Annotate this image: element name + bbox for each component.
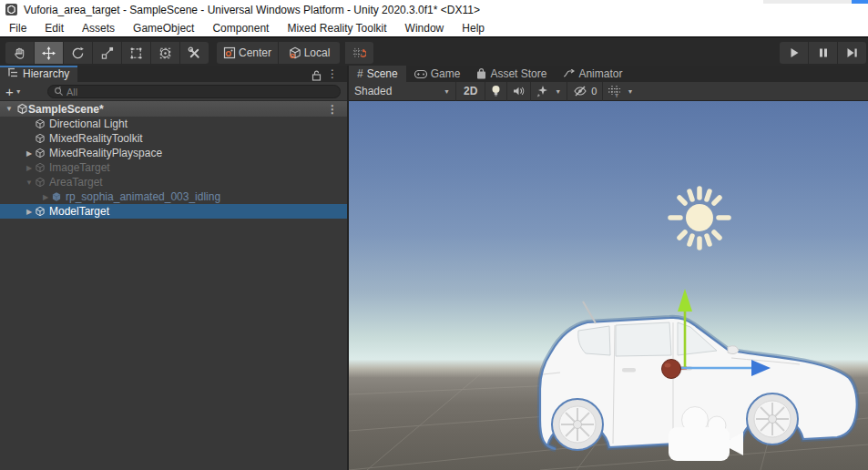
custom-tool-button[interactable]	[180, 42, 209, 64]
scale-icon	[100, 46, 114, 60]
chevron-down-icon: ▼	[15, 88, 22, 95]
expander-collapsed-icon[interactable]: ▶	[24, 149, 35, 158]
step-icon	[846, 47, 858, 58]
menu-file[interactable]: File	[0, 19, 36, 37]
speaker-icon	[513, 86, 525, 97]
menu-assets[interactable]: Assets	[73, 19, 124, 37]
window-title: Vuforia_area_target - SampleScene - Univ…	[24, 4, 480, 16]
expander-collapsed-icon[interactable]: ▶	[40, 193, 51, 201]
gameobject-cube-icon	[35, 148, 46, 158]
menu-mixed-reality-toolkit[interactable]: Mixed Reality Toolkit	[278, 19, 395, 37]
rotate-icon	[71, 46, 85, 60]
expander-expanded-icon[interactable]: ▼	[4, 105, 15, 113]
menu-gameobject[interactable]: GameObject	[124, 19, 203, 37]
move-tool-button[interactable]	[35, 42, 63, 64]
animator-icon	[563, 69, 575, 78]
hierarchy-item-directional-light[interactable]: Directional Light	[0, 117, 347, 131]
unity-window: Vuforia_area_target - SampleScene - Univ…	[0, 0, 868, 470]
2d-label: 2D	[464, 85, 477, 97]
car-mirror	[728, 346, 739, 354]
grid-snap-button[interactable]	[345, 42, 373, 64]
menu-bar: File Edit Assets GameObject Component Mi…	[0, 19, 868, 37]
hierarchy-tree: ▼ SampleScene* ⋮ Directional Light Mixed…	[0, 101, 347, 470]
menu-window[interactable]: Window	[396, 19, 454, 37]
lighting-toggle-button[interactable]	[485, 82, 506, 101]
hierarchy-tab-label: Hierarchy	[23, 67, 69, 80]
create-object-button[interactable]: + ▼	[5, 85, 22, 98]
hand-icon	[13, 46, 26, 60]
pause-button[interactable]	[809, 42, 837, 64]
rotate-tool-button[interactable]	[64, 42, 92, 64]
expander-collapsed-icon[interactable]: ▶	[24, 208, 35, 216]
hierarchy-item-mixedrealityplayspace[interactable]: ▶ MixedRealityPlayspace	[0, 146, 347, 160]
expander-expanded-icon[interactable]: ▼	[24, 179, 35, 187]
scene-visibility-button[interactable]: 0	[567, 82, 602, 101]
chevron-down-icon[interactable]: ▼	[627, 88, 633, 95]
menu-edit[interactable]: Edit	[36, 19, 73, 37]
scene-grid-icon: #	[357, 67, 363, 80]
transform-tool-button[interactable]	[151, 42, 179, 64]
tab-asset-store[interactable]: Asset Store	[468, 66, 555, 82]
menu-component[interactable]: Component	[203, 19, 278, 37]
grid-visibility-button[interactable]: Y ▼	[603, 82, 638, 101]
hierarchy-search-field[interactable]	[47, 85, 341, 98]
pause-icon	[818, 47, 829, 58]
lightbulb-icon	[491, 85, 501, 97]
car-front-wheel	[747, 393, 798, 444]
2d-toggle-button[interactable]: 2D	[456, 82, 485, 101]
grid-axis-icon: Y	[608, 86, 621, 97]
tab-scene[interactable]: # Scene	[349, 66, 406, 82]
rect-icon	[129, 46, 143, 60]
hierarchy-item-areatarget[interactable]: ▼ AreaTarget	[0, 175, 347, 189]
hierarchy-tab-bar: Hierarchy ⋮	[0, 66, 347, 82]
tab-game[interactable]: Game	[406, 66, 469, 82]
tab-hierarchy[interactable]: Hierarchy	[0, 66, 77, 82]
plus-icon: +	[5, 85, 14, 98]
transform-icon	[158, 46, 172, 60]
pivot-mode-label: Center	[239, 46, 271, 59]
chevron-down-icon: ▼	[444, 88, 450, 95]
step-button[interactable]	[838, 42, 866, 64]
hierarchy-item-rp-sophia[interactable]: ▶ rp_sophia_animated_003_idling	[0, 189, 347, 204]
scene-menu-icon[interactable]: ⋮	[327, 103, 338, 116]
orientation-mode-button[interactable]: Local	[279, 42, 340, 64]
gameobject-cube-icon	[35, 206, 46, 217]
audio-toggle-button[interactable]	[507, 82, 530, 101]
rect-tool-button[interactable]	[122, 42, 150, 64]
search-icon	[54, 87, 64, 97]
unity-scene-icon	[16, 103, 28, 115]
expander-collapsed-icon[interactable]: ▶	[24, 164, 35, 172]
hidden-count: 0	[591, 86, 597, 97]
hierarchy-menu-icon[interactable]: ⋮	[327, 67, 338, 80]
scene-viewport[interactable]	[349, 101, 868, 470]
move-icon	[42, 46, 56, 60]
main-toolbar: Center Local	[0, 37, 868, 66]
hierarchy-item-modeltarget[interactable]: ▶ ModelTarget	[0, 204, 347, 219]
search-input[interactable]	[66, 87, 312, 97]
hierarchy-item-imagetarget[interactable]: ▶ ImageTarget	[0, 160, 347, 175]
prefab-cube-icon	[51, 191, 62, 202]
gameobject-cube-icon	[35, 162, 46, 173]
corner-strip-accent	[852, 0, 868, 4]
play-button[interactable]	[780, 42, 808, 64]
title-bar: Vuforia_area_target - SampleScene - Univ…	[0, 0, 868, 19]
gamepad-icon	[414, 70, 427, 78]
hierarchy-toolbar: + ▼	[0, 82, 347, 101]
effects-toggle-button[interactable]: ▼	[531, 82, 567, 101]
chevron-down-icon[interactable]: ▼	[555, 88, 561, 95]
orientation-mode-label: Local	[304, 46, 331, 59]
pivot-mode-button[interactable]: Center	[217, 42, 278, 64]
eye-hidden-icon	[573, 86, 587, 97]
draw-mode-dropdown[interactable]: Shaded ▼	[349, 82, 455, 101]
car-rear-wheel	[552, 399, 603, 450]
effects-icon	[536, 86, 549, 97]
tab-animator[interactable]: Animator	[555, 66, 630, 82]
scene-header-row[interactable]: ▼ SampleScene* ⋮	[0, 101, 347, 117]
scene-panel: # Scene Game Asset Store Animator	[349, 66, 868, 470]
scale-tool-button[interactable]	[93, 42, 121, 64]
hierarchy-item-mixedrealitytoolkit[interactable]: MixedRealityToolkit	[0, 131, 347, 146]
directional-light-sun-gizmo	[670, 189, 729, 248]
menu-help[interactable]: Help	[453, 19, 494, 37]
hand-tool-button[interactable]	[5, 42, 34, 64]
gameobject-cube-icon	[35, 118, 46, 129]
